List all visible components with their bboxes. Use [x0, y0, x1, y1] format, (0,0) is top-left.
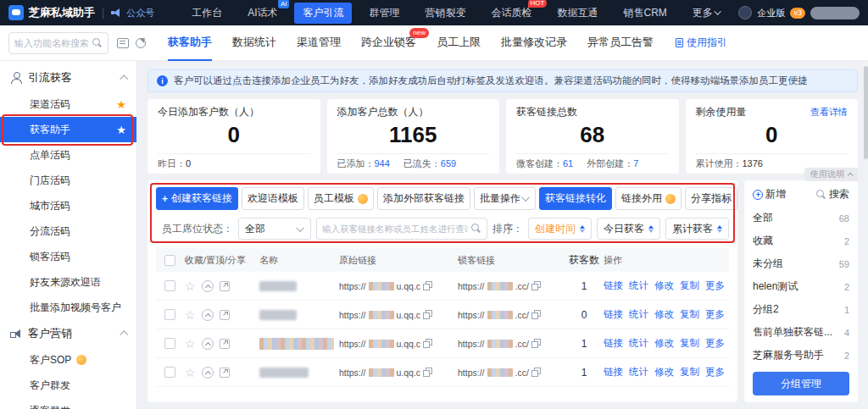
topnav-data-sync[interactable]: 数据互通: [548, 3, 606, 24]
sidebar-item-order-code[interactable]: 点单活码: [0, 142, 136, 168]
sidebar-item-friend-source-welcome[interactable]: 好友来源欢迎语: [0, 269, 136, 295]
sort-total-count[interactable]: 累计获客: [665, 218, 729, 240]
usage-guide-link[interactable]: 使用指引: [676, 36, 727, 50]
action-copy[interactable]: 复制: [680, 337, 699, 350]
topnav-more[interactable]: 更多: [684, 3, 730, 24]
username-redacted[interactable]: [810, 7, 860, 19]
action-link[interactable]: 链接: [604, 279, 623, 292]
group-item-all[interactable]: 全部68: [753, 207, 849, 229]
row-checkbox[interactable]: [164, 280, 175, 291]
topnav-group-management[interactable]: 群管理: [360, 3, 408, 24]
tab-cross-enterprise-lock[interactable]: 跨企业锁客new: [361, 25, 416, 61]
action-stats[interactable]: 统计: [629, 308, 648, 321]
sidebar-section-marketing[interactable]: 客户营销: [0, 320, 136, 347]
action-edit[interactable]: 修改: [654, 279, 674, 292]
copy-icon[interactable]: [531, 368, 541, 377]
topnav-workbench[interactable]: 工作台: [183, 3, 231, 24]
panel-icon[interactable]: [117, 38, 129, 48]
sidebar-item-acquisition-assistant[interactable]: 获客助手 ★: [0, 117, 136, 142]
group-item-group2[interactable]: 分组21: [753, 298, 849, 321]
pin-top-icon[interactable]: [202, 280, 214, 292]
sidebar-item-lock-code[interactable]: 锁客活码: [0, 244, 136, 269]
sidebar-item-city-code[interactable]: 城市活码: [0, 193, 136, 218]
action-edit[interactable]: 修改: [654, 337, 674, 350]
page-scrollbar[interactable]: [863, 61, 868, 409]
link-conversion-button[interactable]: 获客链接转化: [539, 187, 612, 210]
action-link[interactable]: 链接: [604, 308, 623, 321]
action-more[interactable]: 更多: [705, 308, 725, 321]
group-item-presales[interactable]: 售前单独获客链...4: [753, 321, 849, 344]
copy-icon[interactable]: [423, 368, 432, 377]
copy-icon[interactable]: [531, 281, 541, 290]
row-checkbox[interactable]: [164, 338, 175, 349]
tab-batch-modify-log[interactable]: 批量修改记录: [501, 25, 567, 61]
favorite-icon[interactable]: ☆: [185, 338, 196, 350]
action-copy[interactable]: 复制: [680, 366, 699, 379]
pin-top-icon[interactable]: [202, 309, 214, 321]
create-link-button[interactable]: +创建获客链接: [156, 187, 238, 210]
group-add-button[interactable]: 新增: [753, 187, 786, 202]
favorite-icon[interactable]: ☆: [185, 309, 196, 321]
topnav-chat-quality[interactable]: 会话质检HOT: [482, 3, 540, 24]
action-copy[interactable]: 复制: [680, 279, 699, 292]
sidebar-item-batch-video-customer[interactable]: 批量添加视频号客户: [0, 295, 136, 320]
usage-note-collapse[interactable]: 使用说明: [804, 168, 858, 181]
tab-data-statistics[interactable]: 数据统计: [232, 25, 276, 61]
action-copy[interactable]: 复制: [680, 308, 699, 321]
welcome-template-button[interactable]: 欢迎语模板: [242, 187, 304, 210]
copy-icon[interactable]: [423, 310, 432, 319]
action-more[interactable]: 更多: [705, 337, 725, 350]
share-icon[interactable]: [220, 339, 230, 349]
tab-staff-limit[interactable]: 员工上限: [437, 25, 481, 61]
tab-acquisition-assistant[interactable]: 获客助手: [168, 25, 212, 61]
sidebar-item-sequential-mass-send[interactable]: 逐客群发: [0, 398, 136, 409]
row-checkbox[interactable]: [164, 309, 175, 320]
copy-icon[interactable]: [531, 310, 541, 319]
action-stats[interactable]: 统计: [629, 366, 648, 379]
group-item-helen-test[interactable]: helen测试2: [753, 275, 849, 298]
stat-foot-value[interactable]: 7: [633, 158, 638, 169]
tab-channel-management[interactable]: 渠道管理: [297, 25, 341, 61]
refresh-icon[interactable]: [136, 38, 146, 48]
batch-operation-button[interactable]: 批量操作: [474, 187, 536, 210]
sidebar-item-split-code[interactable]: 分流活码: [0, 218, 136, 244]
view-details-link[interactable]: 查看详情: [810, 106, 848, 119]
action-edit[interactable]: 修改: [654, 366, 674, 379]
action-link[interactable]: 链接: [604, 337, 623, 350]
favorite-icon[interactable]: ☆: [185, 367, 196, 379]
link-search-box[interactable]: [316, 218, 487, 240]
action-more[interactable]: 更多: [705, 279, 725, 292]
channel-label[interactable]: 公众号: [126, 7, 154, 19]
action-stats[interactable]: 统计: [629, 279, 648, 292]
copy-icon[interactable]: [423, 339, 432, 348]
tab-abnormal-staff-alert[interactable]: 异常员工告警: [587, 25, 654, 61]
star-icon[interactable]: ★: [116, 99, 126, 110]
sidebar-item-customer-mass-send[interactable]: 客户群发: [0, 373, 136, 398]
function-search[interactable]: [8, 32, 108, 54]
group-item-service-assistant[interactable]: 芝麻服务号助手2: [753, 344, 849, 367]
sidebar-item-channel-code[interactable]: 渠道活码 ★: [0, 91, 136, 117]
topnav-customer-acquisition[interactable]: 客户引流: [294, 3, 352, 24]
copy-icon[interactable]: [531, 339, 541, 348]
group-item-favorites[interactable]: 收藏2: [753, 229, 849, 252]
share-icon[interactable]: [220, 281, 230, 291]
pin-top-icon[interactable]: [202, 338, 214, 350]
topnav-sales-crm[interactable]: 销售CRM: [615, 3, 675, 24]
group-item-ungrouped[interactable]: 未分组59: [753, 252, 849, 275]
link-search-input[interactable]: [322, 224, 468, 234]
avatar[interactable]: [738, 6, 752, 19]
sort-today-count[interactable]: 今日获客: [597, 218, 660, 240]
action-more[interactable]: 更多: [705, 366, 725, 379]
stat-foot-value[interactable]: 659: [441, 158, 456, 169]
action-link[interactable]: 链接: [604, 366, 623, 379]
star-icon[interactable]: ★: [116, 124, 126, 135]
pin-top-icon[interactable]: [202, 367, 214, 379]
sidebar-item-store-code[interactable]: 门店活码: [0, 168, 136, 193]
function-search-input[interactable]: [14, 38, 89, 48]
sidebar-section-acquisition[interactable]: 引流获客: [0, 64, 136, 91]
staff-template-button[interactable]: 员工模板: [308, 187, 374, 210]
select-all-checkbox[interactable]: [164, 255, 175, 266]
link-external-use-button[interactable]: 链接外用: [615, 187, 682, 210]
add-external-link-button[interactable]: 添加外部获客链接: [377, 187, 470, 210]
sort-create-time[interactable]: 创建时间: [528, 218, 592, 240]
